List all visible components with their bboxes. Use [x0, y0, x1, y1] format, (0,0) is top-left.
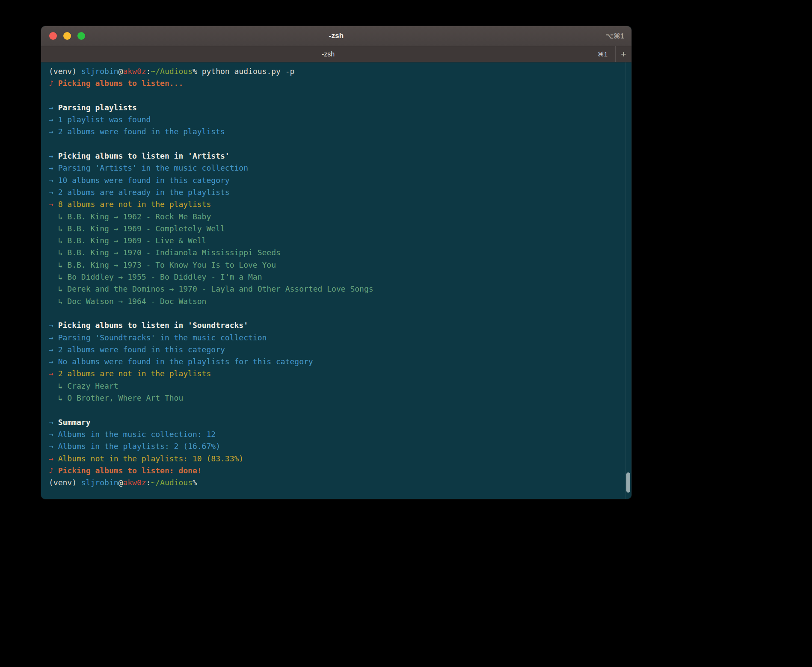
terminal-line: ↳ B.B. King → 1969 - Live & Well — [49, 235, 621, 247]
terminal-text-segment: 8 albums are not in the playlists — [58, 200, 211, 209]
titlebar[interactable]: -zsh ⌥⌘1 — [41, 26, 631, 46]
tab-title: -zsh — [322, 50, 335, 58]
terminal-line: → Summary — [49, 416, 621, 428]
terminal-text-segment: ↳ Bo Diddley → 1955 - Bo Diddley - I'm a… — [49, 272, 262, 281]
terminal-text-segment: → Parsing 'Soundtracks' in the music col… — [49, 333, 267, 342]
terminal-pane[interactable]: (venv) sljrobin@akw0z:~/Audious% python … — [41, 62, 631, 499]
terminal-line: → No albums were found in the playlists … — [49, 356, 621, 368]
terminal-text-segment: : — [146, 67, 151, 76]
terminal-text-segment: ↳ B.B. King → 1962 - Rock Me Baby — [49, 212, 211, 221]
terminal-line — [49, 90, 621, 102]
window-title: -zsh — [329, 32, 344, 40]
terminal-text-segment: → — [49, 200, 58, 209]
terminal-line: → 1 playlist was found — [49, 114, 621, 126]
terminal-text-segment: % — [193, 478, 197, 487]
terminal-line: ↳ B.B. King → 1962 - Rock Me Baby — [49, 211, 621, 223]
terminal-line: ↳ B.B. King → 1973 - To Know You Is to L… — [49, 259, 621, 271]
terminal-line: ↳ B.B. King → 1969 - Completely Well — [49, 223, 621, 235]
tab-zsh[interactable]: -zsh ⌘1 — [41, 46, 615, 62]
terminal-text-segment: → Albums in the music collection: 12 — [49, 430, 216, 439]
terminal-line: → 2 albums are not in the playlists — [49, 368, 621, 380]
terminal-text-segment: Picking albums to listen in 'Artists' — [58, 151, 230, 160]
terminal-text-segment: Picking albums to listen: done! — [58, 466, 202, 475]
terminal-text-segment: ~/Audious — [151, 67, 193, 76]
terminal-text-segment: Picking albums to listen in 'Soundtracks… — [58, 321, 248, 330]
terminal-line: → 2 albums were found in the playlists — [49, 126, 621, 138]
terminal-window: -zsh ⌥⌘1 -zsh ⌘1 + (venv) sljrobin@akw0z… — [41, 26, 632, 499]
terminal-line: → 2 albums are already in the playlists — [49, 186, 621, 198]
terminal-text-segment: Summary — [58, 418, 91, 427]
scrollbar-track — [625, 62, 631, 499]
terminal-text-segment: Albums not in the playlists: 10 (83.33%) — [58, 454, 243, 463]
terminal-text-segment: ♪ — [49, 466, 58, 475]
terminal-text-segment: Parsing playlists — [58, 103, 137, 112]
terminal-text-segment: % — [193, 67, 202, 76]
terminal-text-segment: sljrobin — [81, 478, 119, 487]
traffic-lights — [49, 26, 85, 46]
terminal-line: (venv) sljrobin@akw0z:~/Audious% python … — [49, 65, 621, 77]
terminal-text-segment: → 1 playlist was found — [49, 115, 151, 124]
terminal-line: ↳ Derek and the Dominos → 1970 - Layla a… — [49, 283, 621, 295]
terminal-text-segment: akw0z — [123, 67, 146, 76]
terminal-line: → 2 albums were found in this category — [49, 344, 621, 356]
terminal-line: (venv) sljrobin@akw0z:~/Audious% — [49, 477, 621, 489]
terminal-text-segment: → — [49, 369, 58, 378]
terminal-text-segment: 2 albums are not in the playlists — [58, 369, 211, 378]
terminal-text-segment: ↳ B.B. King → 1973 - To Know You Is to L… — [49, 260, 276, 269]
terminal-text-segment: ↳ O Brother, Where Art Thou — [49, 393, 183, 402]
terminal-line: ↳ O Brother, Where Art Thou — [49, 392, 621, 404]
terminal-text-segment: → Albums in the playlists: 2 (16.67%) — [49, 442, 220, 451]
window-shortcut-hint: ⌥⌘1 — [606, 26, 624, 46]
new-tab-button[interactable]: + — [615, 46, 631, 62]
terminal-line: → Parsing 'Artists' in the music collect… — [49, 162, 621, 174]
terminal-text-segment: @ — [119, 478, 123, 487]
scrollbar-thumb[interactable] — [626, 472, 630, 493]
terminal-text-segment: → 2 albums were found in this category — [49, 345, 225, 354]
terminal-text-segment: ~/Audious — [151, 478, 193, 487]
terminal-text-segment: (venv) — [49, 478, 81, 487]
terminal-line — [49, 404, 621, 416]
terminal-line: ↳ Doc Watson → 1964 - Doc Watson — [49, 295, 621, 307]
terminal-text-segment: → 2 albums are already in the playlists — [49, 188, 230, 197]
terminal-text-segment: Picking albums to listen... — [58, 79, 184, 88]
terminal-text-segment: → — [49, 103, 58, 112]
terminal-line: → 8 albums are not in the playlists — [49, 198, 621, 210]
terminal-line — [49, 138, 621, 150]
terminal-text-segment: → — [49, 321, 58, 330]
terminal-text-segment: → No albums were found in the playlists … — [49, 357, 313, 366]
tab-bar: -zsh ⌘1 + — [41, 46, 631, 62]
terminal-text-segment: (venv) — [49, 67, 81, 76]
terminal-line: → Albums in the playlists: 2 (16.67%) — [49, 440, 621, 452]
terminal-line: → Picking albums to listen in 'Soundtrac… — [49, 319, 621, 331]
terminal-text-segment: ↳ Derek and the Dominos → 1970 - Layla a… — [49, 284, 373, 293]
terminal-line: → Albums in the music collection: 12 — [49, 428, 621, 440]
terminal-line: ↳ Crazy Heart — [49, 380, 621, 392]
terminal-text-segment: python audious.py -p — [202, 67, 295, 76]
terminal-line: ♪ Picking albums to listen... — [49, 77, 621, 89]
terminal-line: ♪ Picking albums to listen: done! — [49, 465, 621, 477]
terminal-text-segment: → Parsing 'Artists' in the music collect… — [49, 163, 248, 172]
tab-shortcut-hint: ⌘1 — [598, 50, 608, 58]
terminal-text-segment: ↳ B.B. King → 1970 - Indianola Mississip… — [49, 248, 281, 257]
terminal-line: → Albums not in the playlists: 10 (83.33… — [49, 453, 621, 465]
terminal-text-segment: ↳ B.B. King → 1969 - Live & Well — [49, 236, 206, 245]
terminal-text-segment: → 10 albums were found in this category — [49, 176, 230, 185]
terminal-line — [49, 307, 621, 319]
terminal-text-segment: → 2 albums were found in the playlists — [49, 127, 225, 136]
terminal-line: → Parsing playlists — [49, 102, 621, 114]
terminal-text-segment: ↳ B.B. King → 1969 - Completely Well — [49, 224, 225, 233]
terminal-text-segment: ↳ Crazy Heart — [49, 381, 119, 390]
terminal-line: ↳ Bo Diddley → 1955 - Bo Diddley - I'm a… — [49, 271, 621, 283]
terminal-text-segment: ♪ — [49, 79, 58, 88]
close-button[interactable] — [49, 32, 57, 40]
zoom-button[interactable] — [77, 32, 85, 40]
terminal-line: → 10 albums were found in this category — [49, 174, 621, 186]
terminal-buffer: (venv) sljrobin@akw0z:~/Audious% python … — [49, 65, 621, 489]
terminal-text-segment: → — [49, 418, 58, 427]
terminal-text-segment: : — [146, 478, 151, 487]
terminal-text-segment: ↳ Doc Watson → 1964 - Doc Watson — [49, 297, 206, 306]
terminal-text-segment: sljrobin — [81, 67, 119, 76]
terminal-line: ↳ B.B. King → 1970 - Indianola Mississip… — [49, 247, 621, 259]
terminal-text-segment: @ — [119, 67, 123, 76]
minimize-button[interactable] — [63, 32, 71, 40]
